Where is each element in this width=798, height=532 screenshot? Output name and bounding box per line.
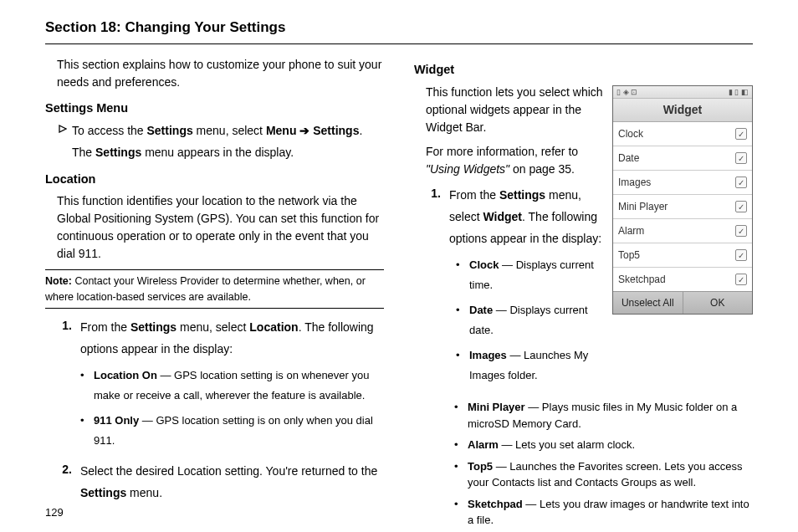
note-body: Contact your Wireless Provider to determ…: [45, 275, 366, 303]
intro-text: This section explains how to customize y…: [57, 56, 384, 91]
widget-heading: Widget: [414, 61, 753, 79]
phone-list-item[interactable]: Sketchpad✓: [613, 268, 752, 291]
softkey-right[interactable]: OK: [683, 292, 753, 314]
right-column: Widget This function lets you select whi…: [414, 56, 753, 533]
access-instruction: To access the Settings menu, select Menu…: [59, 120, 384, 164]
status-right-icons: ▮ ▯ ◧: [729, 87, 749, 99]
step-number: 1.: [57, 317, 72, 456]
checkbox-icon[interactable]: ✓: [735, 249, 747, 261]
note-label: Note:: [45, 275, 72, 287]
widget-steps: 1. From the Settings menu, select Widget…: [426, 185, 604, 391]
phone-list-item[interactable]: Mini Player✓: [613, 195, 752, 219]
phone-list-item[interactable]: Date✓: [613, 146, 752, 171]
location-steps: 1. From the Settings menu, select Locati…: [57, 317, 384, 504]
note-box: Note: Contact your Wireless Provider to …: [45, 269, 384, 309]
phone-title: Widget: [613, 99, 752, 122]
checkbox-icon[interactable]: ✓: [735, 176, 747, 188]
page-number: 129: [45, 504, 64, 521]
checkbox-icon[interactable]: ✓: [735, 201, 747, 212]
widget-reference: For more information, refer to "Using Wi…: [426, 143, 604, 178]
checkbox-icon[interactable]: ✓: [735, 152, 747, 164]
phone-list-item[interactable]: Images✓: [613, 171, 752, 195]
checkbox-icon[interactable]: ✓: [735, 225, 747, 237]
phone-status-bar: ▯ ◈ ⊡ ▮ ▯ ◧: [613, 86, 752, 99]
left-column: This section explains how to customize y…: [45, 56, 384, 533]
triangle-bullet-icon: [59, 120, 67, 138]
settings-menu-heading: Settings Menu: [45, 100, 384, 118]
checkbox-icon[interactable]: ✓: [735, 128, 747, 140]
phone-softkey-bar: Unselect All OK: [613, 291, 752, 314]
step-number: 2.: [57, 461, 72, 504]
phone-list-item[interactable]: Clock✓: [613, 122, 752, 146]
phone-list-item[interactable]: Alarm✓: [613, 219, 752, 243]
phone-list-item[interactable]: Top5✓: [613, 243, 752, 268]
phone-screenshot: ▯ ◈ ⊡ ▮ ▯ ◧ Widget Clock✓ Date✓ Images✓ …: [612, 85, 753, 315]
location-heading: Location: [45, 171, 384, 189]
location-options: •Location On — GPS location setting is o…: [80, 366, 384, 451]
widget-options-upper: •Clock — Displays current time. •Date — …: [456, 255, 604, 386]
checkbox-icon[interactable]: ✓: [735, 274, 747, 285]
widget-intro: This function lets you select which opti…: [426, 84, 604, 136]
location-body: This function identifies your location t…: [57, 192, 384, 263]
softkey-left[interactable]: Unselect All: [613, 292, 683, 314]
section-title: Section 18: Changing Your Settings: [45, 17, 753, 44]
step-number: 1.: [426, 185, 441, 391]
status-left-icons: ▯ ◈ ⊡: [616, 87, 637, 99]
widget-options-lower: •Mini Player — Plays music files in My M…: [454, 399, 753, 532]
